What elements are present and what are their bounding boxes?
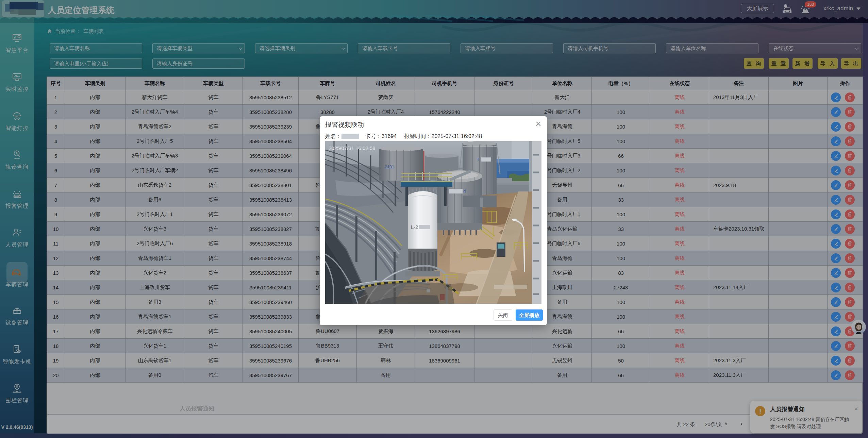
svg-text:2025/07/31 16:02:58: 2025/07/31 16:02:58	[329, 145, 375, 151]
svg-text:4: 4	[463, 188, 466, 194]
svg-text:T: T	[477, 157, 480, 162]
svg-text:-2101: -2101	[384, 165, 394, 169]
svg-text:L-2: L-2	[411, 224, 418, 230]
